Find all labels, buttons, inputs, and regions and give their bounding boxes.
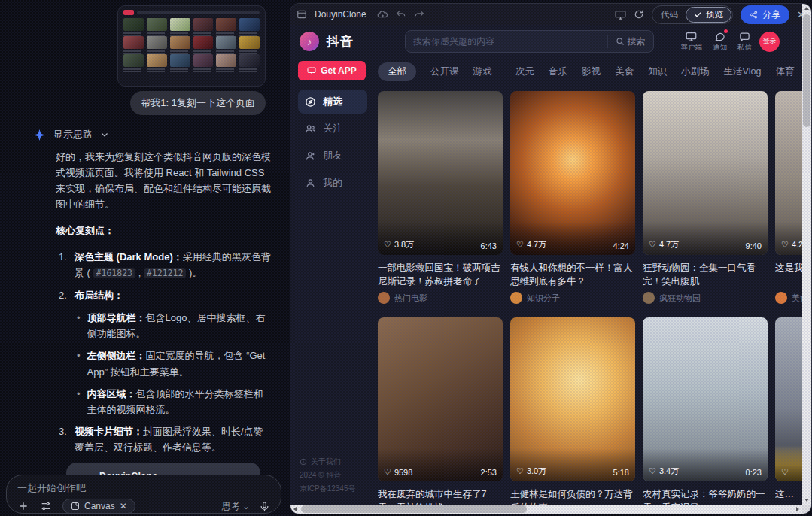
messages-button[interactable]: 私信 [737,31,752,53]
video-grid: ♡3.8万 6:43 一部电影救回国宝！破两项吉尼斯记录！苏叔拼老命了 热门电影… [378,91,811,514]
login-button[interactable]: 登录 [759,32,780,52]
tab-food[interactable]: 美食 [615,65,634,78]
sidebar-item-mine[interactable]: 我的 [298,171,367,195]
video-card[interactable]: ♡4.7万 4:24 有钱人和你想的不一样！富人思维到底有多牛？ 知识分子 [510,91,635,304]
video-card[interactable]: ♡9598 2:53 我在废弃的城市中生存了7天，无补给挑战 野外生存 [378,317,503,514]
tab-movies[interactable]: 影视 [582,65,601,78]
sidebar-item-following[interactable]: 关注 [298,117,367,141]
like-count: ♡3.4万 [649,466,679,477]
redo-icon[interactable] [414,9,424,20]
get-app-button[interactable]: Get APP [298,61,366,80]
get-app-label: Get APP [321,65,357,76]
video-cover[interactable]: ♡4.7万 4:24 [510,91,635,255]
person-icon [305,178,316,189]
video-card[interactable]: ♡3.0万 5:18 王健林是如何负债的？万达背后的故事 财经观察 [510,317,635,514]
tab-sports[interactable]: 体育 [776,65,795,78]
video-author[interactable]: 热门电影 [378,292,503,304]
video-title[interactable]: 狂野动物园：全集一口气看完！笑出腹肌 [643,261,766,288]
sub-list-item: •顶部导航栏：包含Logo、居中搜索框、右侧功能图标。 [77,310,271,341]
thumbnail-cell [147,18,167,31]
footer-about-label: 关于我们 [311,455,341,469]
video-duration: 5:18 [613,468,629,477]
list-run: )。 [186,267,202,278]
gemini-sparkle-icon [33,129,46,141]
scroll-down-arrow[interactable] [802,496,811,505]
tab-openclass[interactable]: 公开课 [430,65,459,78]
heart-icon: ♡ [516,466,524,476]
video-card[interactable]: ♡3.4万 0:23 农村真实记录：爷爷奶奶的一天，看完泪目 乡村日记 [643,317,768,514]
thumbnail-cell [193,36,214,49]
horizontal-scrollbar[interactable] [290,505,802,514]
show-thinking-label: 显示思路 [53,128,93,141]
client-app-button[interactable]: 客户端 [681,31,703,53]
sidebar-item-featured[interactable]: 精选 [298,90,367,114]
tab-games[interactable]: 游戏 [473,65,492,78]
show-thinking-toggle[interactable]: 显示思路 [33,128,109,141]
video-cover[interactable]: ♡9598 2:53 [378,317,503,481]
douyin-clone-site: ♪ 抖音 搜索你感兴趣的内容 搜索 客户端 通知 [290,25,811,514]
mic-button[interactable] [259,501,270,512]
video-author[interactable]: 知识分子 [510,292,635,304]
video-author[interactable]: 疯狂动物园 [643,292,768,304]
section-heading-core: 核心复刻点： [56,223,271,238]
share-label: 分享 [762,8,780,21]
attached-screenshot-thumbnail[interactable] [117,5,266,87]
window-icon [297,9,307,20]
tab-anime2d[interactable]: 二次元 [506,65,535,78]
tune-button[interactable] [40,500,52,512]
tab-code[interactable]: 代码 [653,8,686,22]
share-button[interactable]: 分享 [741,5,789,24]
tab-music[interactable]: 音乐 [549,65,567,78]
think-toggle[interactable]: 思考 ⌄ [222,500,250,513]
video-title[interactable]: 有钱人和你想的不一样！富人思维到底有多牛？ [510,261,634,288]
chat-input[interactable]: 一起开始创作吧 [17,481,270,495]
search-box[interactable]: 搜索你感兴趣的内容 搜索 [405,30,654,53]
video-duration: 4:24 [613,241,629,250]
canvas-chip[interactable]: Canvas ✕ [62,499,135,514]
chat-composer[interactable]: 一起开始创作吧 Canvas ✕ 思考 ⌄ [6,475,281,514]
footer-about-link[interactable]: 关于我们 [300,455,355,469]
list-item: 3. 视频卡片细节：封面图悬浮效果、时长/点赞覆盖层、双行标题、作者信息等。 [59,423,271,455]
canvas-close-icon[interactable]: ✕ [120,501,127,511]
brand-name: 抖音 [327,33,354,50]
compass-icon [305,96,316,108]
horizontal-scroll-thumb[interactable] [301,505,527,513]
video-cover[interactable]: ♡3.8万 6:43 [378,91,503,255]
scroll-right-arrow[interactable] [793,505,802,514]
plus-button[interactable] [17,500,29,512]
vertical-scrollbar[interactable] [802,4,811,505]
video-cover[interactable]: ♡3.0万 5:18 [510,317,635,481]
tab-minidrama[interactable]: 小剧场 [681,65,710,78]
scroll-up-arrow[interactable] [802,4,811,13]
sidebar-item-friends[interactable]: 朋友 [298,144,367,168]
vertical-scroll-thumb[interactable] [803,14,810,127]
scroll-left-arrow[interactable] [290,505,300,514]
douyin-logo[interactable]: ♪ [300,32,319,51]
heart-icon: ♡ [384,240,391,250]
get-app-monitor-icon [307,66,316,75]
intro-paragraph: 好的，我来为您复刻这个类似抖音网页版的深色模式视频流页面。我将使用 React … [56,149,271,212]
heart-icon: ♡ [781,467,789,477]
tab-preview[interactable]: 预览 [686,7,731,23]
tab-knowledge[interactable]: 知识 [648,65,667,78]
video-card[interactable]: ♡4.7万 9:40 狂野动物园：全集一口气看完！笑出腹肌 疯狂动物园 [643,91,768,304]
deploy-cloud-icon[interactable] [377,9,388,20]
refresh-icon[interactable] [634,9,644,20]
category-tabs: 全部 公开课 游戏 二次元 音乐 影视 美食 知识 小剧场 生活Vlog 体育 … [378,62,804,81]
author-avatar [775,292,787,304]
video-card[interactable]: ♡3.8万 6:43 一部电影救回国宝！破两项吉尼斯记录！苏叔拼老命了 热门电影 [378,91,503,304]
video-title[interactable]: 一部电影救回国宝！破两项吉尼斯记录！苏叔拼老命了 [378,261,501,288]
thumbnail-cell [147,54,167,67]
tab-vlog[interactable]: 生活Vlog [724,65,762,78]
search-input[interactable]: 搜索你感兴趣的内容 [413,35,607,48]
notifications-button[interactable]: 通知 [713,31,727,53]
code-preview-toggle: 代码 预览 [652,5,733,24]
search-button[interactable]: 搜索 [607,35,646,48]
sub-bold: 顶部导航栏： [87,312,146,323]
tab-all[interactable]: 全部 [378,62,416,81]
undo-icon[interactable] [396,9,406,20]
device-icon[interactable] [615,9,626,20]
video-cover[interactable]: ♡3.4万 0:23 [643,317,768,481]
thumbnail-cell [193,54,214,67]
video-cover[interactable]: ♡4.7万 9:40 [643,91,768,255]
